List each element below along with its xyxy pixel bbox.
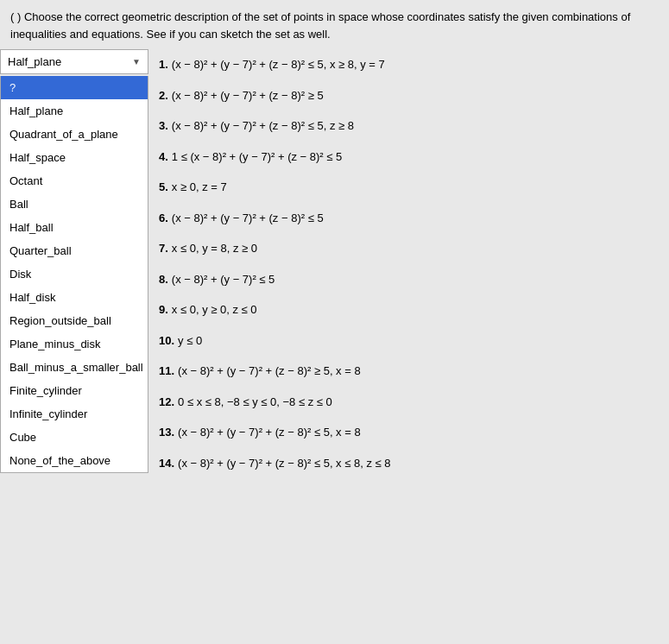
dropdown-item[interactable]: Quadrant_of_a_plane xyxy=(1,123,148,146)
question-item: 6.(x − 8)² + (y − 7)² + (z − 8)² ≤ 5 xyxy=(159,203,659,234)
question-text: (x − 8)² + (y − 7)² + (z − 8)² ≥ 5, x = … xyxy=(178,363,361,380)
question-number: 12. xyxy=(159,394,174,411)
dropdown-item[interactable]: Quarter_ball xyxy=(1,239,148,262)
question-text: (x − 8)² + (y − 7)² + (z − 8)² ≤ 5, x ≥ … xyxy=(172,56,385,73)
question-number: 2. xyxy=(159,87,168,104)
question-item: 3.(x − 8)² + (y − 7)² + (z − 8)² ≤ 5, z … xyxy=(159,110,659,142)
dropdown-item[interactable]: Half_plane xyxy=(1,99,148,123)
question-item: 8.(x − 8)² + (y − 7)² ≤ 5 xyxy=(159,264,659,295)
dropdown-item[interactable]: Octant xyxy=(1,169,148,193)
question-item: 7.x ≤ 0, y = 8, z ≥ 0 xyxy=(159,233,659,264)
question-number: 14. xyxy=(159,455,174,472)
question-number: 7. xyxy=(159,240,168,257)
question-text: x ≤ 0, y = 8, z ≥ 0 xyxy=(172,240,257,257)
question-item: 10.y ≤ 0 xyxy=(159,325,659,357)
question-number: 8. xyxy=(159,271,168,288)
dropdown-item[interactable]: Cube xyxy=(1,426,148,449)
question-item: 2.(x − 8)² + (y − 7)² + (z − 8)² ≥ 5 xyxy=(159,80,659,111)
question-number: 9. xyxy=(159,301,168,319)
dropdown-item[interactable]: Half_ball xyxy=(1,216,148,239)
question-item: 11.(x − 8)² + (y − 7)² + (z − 8)² ≥ 5, x… xyxy=(159,356,659,387)
dropdown-item[interactable]: Region_outside_ball xyxy=(1,309,148,332)
question-number: 5. xyxy=(159,179,168,196)
dropdown-item[interactable]: Disk xyxy=(1,262,148,286)
question-text: x ≥ 0, z = 7 xyxy=(172,179,227,196)
question-item: 12.0 ≤ x ≤ 8, −8 ≤ y ≤ 0, −8 ≤ z ≤ 0 xyxy=(159,387,659,418)
dropdown-container: Half_plane ▼ ?Half_planeQuadrant_of_a_pl… xyxy=(0,49,148,478)
question-text: (x − 8)² + (y − 7)² + (z − 8)² ≥ 5 xyxy=(172,87,324,104)
dropdown-label: Half_plane xyxy=(8,55,61,68)
question-text: 1 ≤ (x − 8)² + (y − 7)² + (z − 8)² ≤ 5 xyxy=(172,148,342,166)
question-text: (x − 8)² + (y − 7)² + (z − 8)² ≤ 5, z ≥ … xyxy=(172,117,354,135)
question-text: 0 ≤ x ≤ 8, −8 ≤ y ≤ 0, −8 ≤ z ≤ 0 xyxy=(178,394,332,411)
dropdown-item[interactable]: Infinite_cylinder xyxy=(1,402,148,426)
question-item: 9.x ≤ 0, y ≥ 0, z ≤ 0 xyxy=(159,294,659,325)
question-item: 4.1 ≤ (x − 8)² + (y − 7)² + (z − 8)² ≤ 5 xyxy=(159,142,659,173)
question-text: y ≤ 0 xyxy=(178,332,202,350)
dropdown-item[interactable]: Ball xyxy=(1,193,148,216)
dropdown-item[interactable]: None_of_the_above xyxy=(1,449,148,472)
question-number: 11. xyxy=(159,363,174,380)
question-number: 3. xyxy=(159,117,168,135)
dropdown-trigger[interactable]: Half_plane ▼ xyxy=(0,49,148,74)
question-text: (x − 8)² + (y − 7)² + (z − 8)² ≤ 5, x ≤ … xyxy=(178,455,390,472)
dropdown-item[interactable]: Half_space xyxy=(1,146,148,169)
question-text: (x − 8)² + (y − 7)² + (z − 8)² ≤ 5, x = … xyxy=(178,424,361,441)
question-number: 10. xyxy=(159,332,174,350)
question-text: x ≤ 0, y ≥ 0, z ≤ 0 xyxy=(172,301,257,319)
chevron-down-icon: ▼ xyxy=(132,57,141,66)
question-item: 1.(x − 8)² + (y − 7)² + (z − 8)² ≤ 5, x … xyxy=(159,49,659,80)
question-item: 5.x ≥ 0, z = 7 xyxy=(159,172,659,203)
question-number: 6. xyxy=(159,210,168,227)
dropdown-list: ?Half_planeQuadrant_of_a_planeHalf_space… xyxy=(0,76,148,473)
question-number: 1. xyxy=(159,56,168,73)
question-text: (x − 8)² + (y − 7)² ≤ 5 xyxy=(172,271,275,288)
question-text: (x − 8)² + (y − 7)² + (z − 8)² ≤ 5 xyxy=(172,210,324,227)
question-number: 13. xyxy=(159,424,174,441)
question-item: 13.(x − 8)² + (y − 7)² + (z − 8)² ≤ 5, x… xyxy=(159,417,659,448)
dropdown-item[interactable]: Finite_cylinder xyxy=(1,379,148,402)
question-item: 14.(x − 8)² + (y − 7)² + (z − 8)² ≤ 5, x… xyxy=(159,448,659,479)
instruction-text: ( ) Choose the correct geometric descrip… xyxy=(0,0,669,49)
dropdown-item[interactable]: Plane_minus_disk xyxy=(1,332,148,356)
questions-area: 1.(x − 8)² + (y − 7)² + (z − 8)² ≤ 5, x … xyxy=(148,49,669,478)
dropdown-item[interactable]: Half_disk xyxy=(1,286,148,309)
dropdown-item[interactable]: Ball_minus_a_smaller_ball xyxy=(1,356,148,379)
dropdown-item[interactable]: ? xyxy=(1,76,148,99)
question-number: 4. xyxy=(159,148,168,166)
